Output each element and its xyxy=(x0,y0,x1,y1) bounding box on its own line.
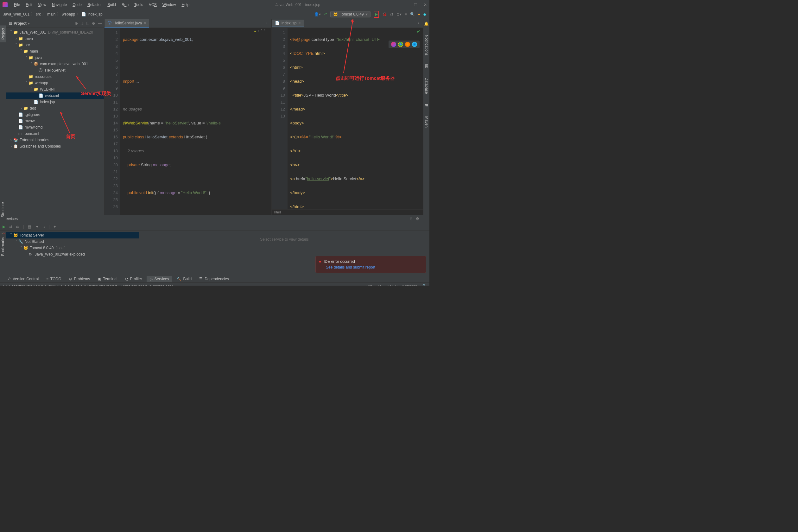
tree-item[interactable]: ˅📁webapp xyxy=(6,80,104,86)
run-icon[interactable]: ▶ xyxy=(2,225,5,229)
tree-icon[interactable]: ⇉ xyxy=(9,225,12,229)
menu-navigate[interactable]: Navigate xyxy=(50,1,69,8)
tab-more-icon[interactable]: ⋮ xyxy=(414,21,423,26)
collapse-all-icon[interactable]: ⇇ xyxy=(86,21,89,26)
tree-item[interactable]: ›📋Scratches and Consoles xyxy=(6,143,104,150)
hide-icon[interactable]: — xyxy=(422,216,426,221)
search-icon[interactable]: 🔍 xyxy=(410,12,415,17)
tree-item[interactable]: 📁resources xyxy=(6,74,104,80)
code-right[interactable]: <%@ page contentType="text/html; charset… xyxy=(287,28,423,209)
back-icon[interactable]: ↶ xyxy=(324,12,327,17)
menu-help[interactable]: Help xyxy=(179,1,192,8)
tree-item[interactable]: ⒸHelloServlet xyxy=(6,67,104,74)
structure-tool-button[interactable]: Structure xyxy=(0,200,6,220)
intellij-icon[interactable] xyxy=(391,42,396,47)
status-icon[interactable]: ▣ xyxy=(3,284,7,286)
tree-item[interactable]: ›📁test xyxy=(6,105,104,112)
database-tool-button[interactable]: Database xyxy=(424,75,430,96)
tree-item[interactable]: ›📁.mvn xyxy=(6,36,104,42)
indent[interactable]: 4 spaces xyxy=(402,284,417,286)
coverage-icon[interactable]: ◔ xyxy=(390,12,393,17)
tree-item[interactable]: ˅📁Java_Web_001D:\my_soft\IntelliJ_IDEA20 xyxy=(6,29,104,36)
btab-services[interactable]: ▷Services xyxy=(147,276,172,282)
btab-terminal[interactable]: ▣Terminal xyxy=(94,276,120,282)
tab-helloservlet[interactable]: Ⓒ HelloServlet.java × xyxy=(104,19,149,27)
menu-refactor[interactable]: Refactor xyxy=(85,1,104,8)
breadcrumb-item[interactable]: src xyxy=(36,12,41,17)
breadcrumb-item[interactable]: main xyxy=(47,12,55,17)
btab-build[interactable]: 🔨Build xyxy=(173,276,195,282)
tree-item[interactable]: ›📚External Libraries xyxy=(6,137,104,143)
error-details-link[interactable]: See details and submit report xyxy=(326,265,423,269)
menu-edit[interactable]: Edit xyxy=(23,1,35,8)
expand-all-icon[interactable]: ⇉ xyxy=(80,21,83,26)
menu-tools[interactable]: Tools xyxy=(132,1,146,8)
encoding[interactable]: UTF-8 xyxy=(387,284,397,286)
group-icon[interactable]: ⟓ xyxy=(43,225,45,229)
services-tree-item[interactable]: ⚙Java_Web_001:war exploded xyxy=(6,251,139,258)
status-message[interactable]: Localized IntelliJ IDEA 2022.3.1 is avai… xyxy=(9,284,366,286)
settings-icon[interactable]: ⚙ xyxy=(416,216,419,221)
tree-item[interactable]: mpom.xml xyxy=(6,131,104,137)
tree-item[interactable]: 📄mvnw xyxy=(6,118,104,124)
tree-item[interactable]: ˅📁java xyxy=(6,55,104,61)
menu-vcs[interactable]: VCS xyxy=(146,1,159,8)
breadcrumb-item[interactable]: webapp xyxy=(62,12,75,17)
stop-icon[interactable]: ■ xyxy=(405,12,407,17)
close-button[interactable]: ✕ xyxy=(424,2,427,7)
tree-item[interactable]: 📄index.jsp xyxy=(6,99,104,105)
firefox-icon[interactable] xyxy=(405,42,410,47)
menu-code[interactable]: Code xyxy=(70,1,84,8)
tree-item[interactable]: ˅📁main xyxy=(6,48,104,55)
code-editor-left[interactable]: 1234567891011121314151617181920212223242… xyxy=(104,28,271,215)
cursor-position[interactable]: 13:8 xyxy=(366,284,373,286)
settings-gear-icon[interactable]: ◆ xyxy=(423,12,426,17)
services-tree-item[interactable]: ˅🐱Tomcat Server xyxy=(6,232,139,239)
btab-profiler[interactable]: ◔Profiler xyxy=(122,276,145,282)
profiler-icon[interactable]: ⊙▾ xyxy=(397,12,401,17)
ide-error-notification[interactable]: ●IDE error occurred See details and subm… xyxy=(316,256,426,273)
project-tool-button[interactable]: Project xyxy=(0,25,6,42)
menu-view[interactable]: View xyxy=(36,1,49,8)
btab-problems[interactable]: ⊘Problems xyxy=(66,276,93,282)
tab-indexjsp[interactable]: 📄 index.jsp × xyxy=(272,20,304,27)
tab-more-icon[interactable]: ⋮ xyxy=(263,21,271,26)
services-tree-item[interactable]: ˅🔧Not Started xyxy=(6,239,139,245)
menu-run[interactable]: Run xyxy=(119,1,131,8)
grid-icon[interactable]: ▦ xyxy=(28,225,31,229)
locate-icon[interactable]: ⊕ xyxy=(410,216,413,221)
services-tree-item[interactable]: ˅🐱Tomcat 8.0.49[local] xyxy=(6,245,139,251)
code-left[interactable]: package com.example.java_web_001; import… xyxy=(120,28,271,215)
code-editor-right[interactable]: 12345678910111213 <%@ page contentType="… xyxy=(272,28,423,209)
hide-icon[interactable]: — xyxy=(98,21,102,26)
database-icon[interactable]: 🗄 xyxy=(425,64,429,69)
add-user-icon[interactable]: 👤▾ xyxy=(314,12,321,17)
notifications-tool-button[interactable]: Notifications xyxy=(424,32,430,58)
maximize-button[interactable]: ❐ xyxy=(414,2,417,7)
btab-dependencies[interactable]: ☰Dependencies xyxy=(196,276,232,282)
maven-icon[interactable]: m xyxy=(425,103,428,107)
breadcrumb-item[interactable]: index.jsp xyxy=(88,12,102,17)
menu-file[interactable]: File xyxy=(12,1,22,8)
menu-build[interactable]: Build xyxy=(105,1,118,8)
tree-item[interactable]: ˅📁WEB-INF xyxy=(6,86,104,93)
minimize-button[interactable]: — xyxy=(404,2,407,7)
notifications-icon[interactable]: 🔔 xyxy=(424,21,429,26)
line-ending[interactable]: LF xyxy=(378,284,382,286)
filter-icon[interactable]: ▼ xyxy=(35,225,39,229)
close-tab-icon[interactable]: × xyxy=(298,21,301,25)
maven-tool-button[interactable]: Maven xyxy=(424,114,430,130)
btab-todo[interactable]: ≡TODO xyxy=(43,276,64,282)
close-tab-icon[interactable]: × xyxy=(144,21,146,25)
bookmarks-tool-button[interactable]: Bookmarks xyxy=(0,234,6,259)
run-button[interactable]: ▶ xyxy=(374,11,379,18)
tree-item[interactable]: 📄.gitignore xyxy=(6,112,104,118)
btab-vcs[interactable]: ⎇Version Control xyxy=(3,276,42,282)
tree-item[interactable]: 📄mvnw.cmd xyxy=(6,124,104,131)
edge-icon[interactable] xyxy=(412,42,417,47)
run-config-selector[interactable]: 🐱 Tomcat 8.0.49 ▾ xyxy=(330,11,370,17)
debug-icon[interactable]: 🐞 xyxy=(382,12,387,17)
tree-item[interactable]: 📄web.xml xyxy=(6,93,104,99)
settings-icon[interactable]: ⚙ xyxy=(92,21,95,26)
tree-icon-2[interactable]: ⇇ xyxy=(16,225,19,229)
